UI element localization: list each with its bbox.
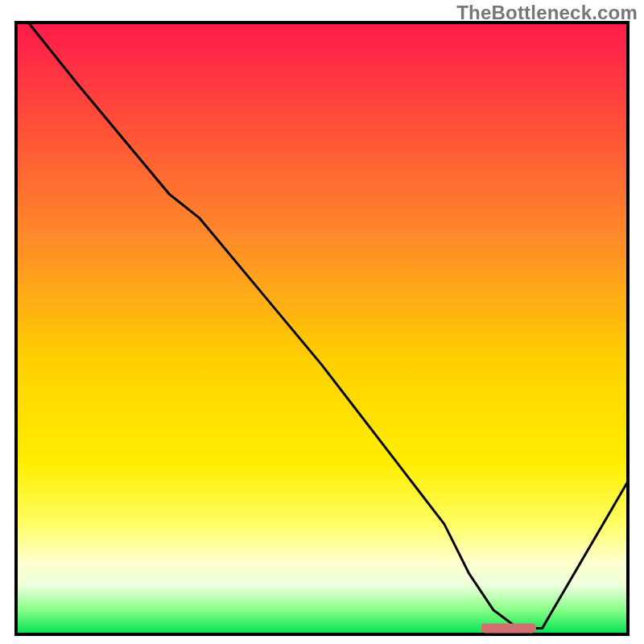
watermark-label: TheBottleneck.com (456, 2, 638, 24)
chart-container: TheBottleneck.com (0, 0, 644, 644)
plot-gradient-area (16, 23, 628, 634)
sweet-spot-marker (481, 623, 536, 633)
bottleneck-chart (0, 0, 644, 644)
